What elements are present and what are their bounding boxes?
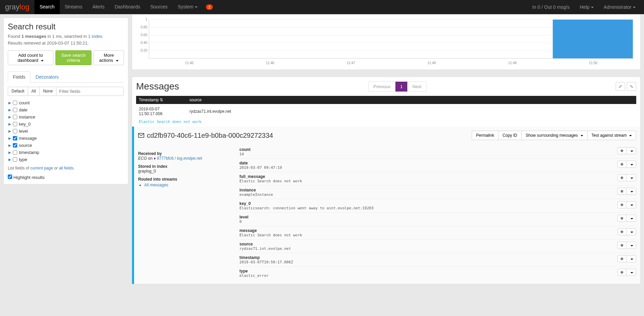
main: 0.200.400.600.80111:4511:4611:4711:4811:… [132,14,644,284]
page-1-button[interactable]: 1 [395,82,408,91]
sidebar: Search result Found 1 messages in 1 ms, … [0,14,132,284]
filter-default-button[interactable]: Default [8,87,28,96]
message-row[interactable]: 2019-03-07 11:50:17.006 rydzas71.int.evo… [136,104,636,119]
list-fields-text: List fields of current page or all field… [8,166,124,170]
search-result-title: Search result [8,22,124,31]
field-search-button[interactable]: ⊕ [617,215,626,222]
nav-sources[interactable]: Sources [145,0,173,14]
help-menu[interactable]: Help [575,0,599,14]
field-menu-button[interactable] [626,215,636,222]
expand-field-icon[interactable]: ▶ [8,108,11,112]
io-status: In 0 / Out 0 msg/s [527,0,575,14]
field-menu-button[interactable] [626,188,636,195]
add-dashboard-button[interactable]: Add count to dashboard [8,50,53,65]
nav-streams[interactable]: Streams [60,0,87,14]
svg-text:11:49: 11:49 [508,61,517,65]
expand-field-icon[interactable]: ▶ [8,122,11,126]
expand-field-icon[interactable]: ▶ [8,151,11,154]
nav-right: In 0 / Out 0 msg/s Help Administrator [527,0,644,14]
field-search-button[interactable]: ⊕ [617,201,626,208]
field-menu-button[interactable] [626,255,636,262]
surrounding-button[interactable]: Show surrounding messages [521,131,588,140]
th-timestamp[interactable]: Timestamp ⇅ [136,96,187,104]
svg-text:11:46: 11:46 [266,61,274,65]
detail-field-instance: instanceexampleInstance⊕ [239,185,636,199]
index-link[interactable]: 1 index [88,34,102,39]
messages-panel: Messages Previous 1 Next ⤢ ⤡ Timestamp ⇅… [132,77,641,284]
admin-menu[interactable]: Administrator [599,0,641,14]
nav-alerts[interactable]: Alerts [87,0,110,14]
expand-field-icon[interactable]: ▶ [8,143,11,147]
field-search-button[interactable]: ⊕ [617,228,626,235]
field-checkbox[interactable] [13,136,17,140]
expand-field-icon[interactable]: ▶ [8,115,11,119]
field-checkbox[interactable] [13,143,17,148]
field-search-button[interactable]: ⊕ [617,242,626,249]
filter-all-button[interactable]: All [28,87,40,96]
field-search-button[interactable]: ⊕ [617,161,626,168]
field-checkbox[interactable] [13,157,17,162]
test-stream-button[interactable]: Test against stream [587,131,636,140]
field-checkbox[interactable] [13,115,17,119]
brand-logo[interactable]: graylog [0,0,34,14]
field-message: ▶message [8,135,124,142]
field-menu-button[interactable] [626,242,636,249]
message-id: cd2fb970-40c6-11e9-b0ba-000c29272334 [138,132,273,139]
expand-field-icon[interactable]: ▶ [8,129,11,133]
permalink-button[interactable]: Permalink [472,131,498,140]
expand-button[interactable]: ⤢ [616,82,625,91]
svg-text:0.40: 0.40 [141,41,148,45]
expand-field-icon[interactable]: ▶ [8,136,11,140]
filter-none-button[interactable]: None [40,87,56,96]
tab-decorators[interactable]: Decorators [30,71,63,82]
current-page-link[interactable]: current page [30,166,53,170]
field-menu-button[interactable] [626,161,636,168]
navbar: graylog SearchStreamsAlertsDashboardsSou… [0,0,644,14]
notification-badge[interactable]: 2 [206,4,213,10]
field-menu-button[interactable] [626,147,636,154]
detail-field-full_message: full_messageElastic Search does not work… [239,172,636,185]
field-checkbox[interactable] [13,122,17,126]
field-menu-button[interactable] [626,228,636,235]
th-source[interactable]: source [187,96,636,104]
pagination: Previous 1 Next [368,81,427,92]
highlight-checkbox[interactable] [8,175,12,179]
field-type: ▶type [8,156,124,163]
detail-field-level: level0⊕ [239,212,636,226]
svg-text:0.20: 0.20 [141,49,148,52]
field-search-button[interactable]: ⊕ [617,269,626,276]
all-fields-link[interactable]: all fields [59,166,73,170]
tab-fields[interactable]: Fields [8,71,30,83]
routed-label: Routed into streams [138,177,229,182]
nav-search[interactable]: Search [34,0,59,14]
detail-field-timestamp: timestamp2019-03-07T10:50:17.006Z⊕ [239,253,636,266]
collapse-button[interactable]: ⤡ [627,82,636,91]
field-checkbox[interactable] [13,101,17,105]
node-link[interactable]: 8777bfc6 / log.evolpe.net [157,156,202,161]
filter-fields-input[interactable] [56,87,124,96]
field-menu-button[interactable] [626,174,636,181]
expand-field-icon[interactable]: ▶ [8,101,11,105]
field-search-button[interactable]: ⊕ [617,255,626,262]
field-menu-button[interactable] [626,269,636,276]
field-search-button[interactable]: ⊕ [617,188,626,195]
expand-field-icon[interactable]: ▶ [8,158,11,161]
highlight-results-row: Highlight results [8,175,124,180]
save-search-button[interactable]: Save search criteria [55,50,92,65]
field-checkbox[interactable] [13,150,17,155]
svg-text:1: 1 [145,18,147,21]
field-checkbox[interactable] [13,108,17,112]
stream-link[interactable]: All messages [144,183,168,187]
field-menu-button[interactable] [626,201,636,208]
field-search-button[interactable]: ⊕ [617,147,626,154]
svg-text:0.80: 0.80 [141,25,148,29]
nav-dashboards[interactable]: Dashboards [109,0,145,14]
field-search-button[interactable]: ⊕ [617,174,626,181]
more-actions-button[interactable]: More actions [94,50,124,65]
nav-system[interactable]: System [173,0,203,14]
field-checkbox[interactable] [13,129,17,133]
message-preview: Elastic Search does not work [136,119,636,127]
prev-button[interactable]: Previous [369,82,396,91]
next-button[interactable]: Next [408,82,426,91]
copy-id-button[interactable]: Copy ID [498,131,521,140]
